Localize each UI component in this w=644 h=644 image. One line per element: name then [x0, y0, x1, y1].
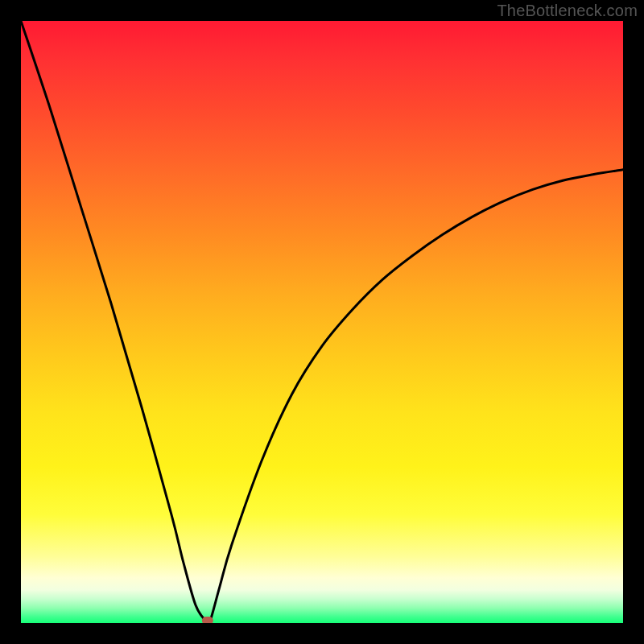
chart-frame: TheBottleneck.com — [0, 0, 644, 644]
plot-area — [21, 21, 623, 623]
bottleneck-curve-path — [21, 21, 623, 622]
bottleneck-curve-svg — [21, 21, 623, 623]
min-marker — [202, 617, 213, 623]
watermark-text: TheBottleneck.com — [497, 2, 638, 20]
